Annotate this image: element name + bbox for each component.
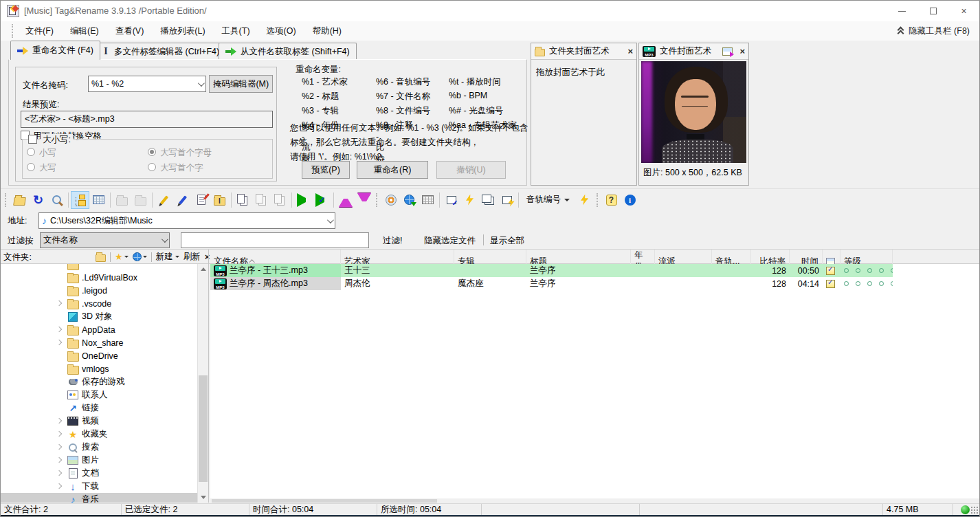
tree-item-6[interactable]: Nox_share <box>1 336 197 349</box>
file-row-0[interactable]: 兰亭序 - 王十三.mp3王十三兰亭序12800:50 <box>210 264 980 277</box>
file-row-1[interactable]: 兰亭序 - 周杰伦.mp3周杰伦魔杰座兰亭序12804:14 <box>210 277 980 290</box>
filter-input[interactable] <box>181 232 369 248</box>
export-image-icon[interactable] <box>722 47 733 56</box>
expander-icon[interactable] <box>56 470 63 477</box>
menu-item-5[interactable]: 选项(O) <box>258 22 304 41</box>
track-number-dropdown[interactable]: 音轨编号 <box>521 191 575 209</box>
menu-item-2[interactable]: 查看(V) <box>107 22 153 41</box>
close-folders-icon[interactable]: × <box>205 252 210 262</box>
web-import-button[interactable] <box>400 191 419 209</box>
tree-item-14[interactable]: 搜索 <box>1 441 197 454</box>
copy-button[interactable] <box>234 191 252 209</box>
tab-rename-files[interactable]: 重命名文件 (F4) <box>10 41 100 60</box>
tree-item-2[interactable]: .leigod <box>1 284 197 297</box>
radio-lowercase[interactable] <box>27 148 35 156</box>
expander-icon[interactable] <box>56 444 63 451</box>
rating-dot[interactable] <box>891 268 893 273</box>
expander-icon[interactable] <box>56 300 63 307</box>
rating-dot[interactable] <box>867 281 872 286</box>
menu-item-1[interactable]: 编辑(E) <box>62 22 107 41</box>
expander-icon[interactable] <box>56 340 63 346</box>
menu-item-4[interactable]: 工具(T) <box>214 22 258 41</box>
rating-dot[interactable] <box>867 268 872 273</box>
expander-icon[interactable] <box>56 327 63 333</box>
tree-item-15[interactable]: 图片 <box>1 454 197 467</box>
rename-folder-button[interactable] <box>210 191 229 209</box>
menu-item-6[interactable]: 帮助(H) <box>304 22 350 41</box>
tree-scrollbar[interactable] <box>197 264 208 503</box>
copy-tags-button[interactable] <box>252 191 271 209</box>
undo-button[interactable]: 撤销(U) <box>436 161 506 179</box>
minimize-button[interactable] <box>887 1 917 21</box>
hscrollbar-thumb[interactable] <box>212 499 437 503</box>
about-button[interactable] <box>621 191 639 209</box>
move-down-button[interactable] <box>355 191 373 209</box>
case-checkbox[interactable] <box>28 135 37 144</box>
new-folder-button[interactable]: 新建 <box>156 251 179 263</box>
quick-save-button[interactable] <box>460 191 479 209</box>
tree-list-splitter[interactable] <box>208 250 209 503</box>
expander-icon[interactable] <box>56 431 63 438</box>
filter-field-select[interactable]: 文件名称 <box>40 232 170 248</box>
table-view-button[interactable] <box>89 191 108 209</box>
rating-cell[interactable] <box>840 264 893 277</box>
browse-folder-button[interactable] <box>131 191 150 209</box>
save-tags-button[interactable] <box>442 191 460 209</box>
tree-item-18[interactable]: 音乐 <box>1 493 197 503</box>
rating-dot[interactable] <box>844 268 849 273</box>
tree-item-1[interactable]: .Ld9VirtualBox <box>1 271 197 284</box>
rating-dot[interactable] <box>856 281 860 286</box>
apply-filter-button[interactable]: 过滤! <box>383 235 402 247</box>
copy-window-button[interactable] <box>479 191 498 209</box>
refresh-button[interactable] <box>29 191 47 209</box>
parent-folder-icon[interactable] <box>96 254 106 262</box>
tree-item-5[interactable]: AppData <box>1 323 197 336</box>
tree-item-10[interactable]: 联系人 <box>1 388 197 402</box>
tree-item-12[interactable]: 视频 <box>1 415 197 428</box>
tree-item-8[interactable]: vmlogs <box>1 362 197 375</box>
freedb-button[interactable] <box>381 191 400 209</box>
rename-button[interactable]: 重命名(R) <box>357 161 428 179</box>
tree-item-9[interactable]: 保存的游戏 <box>1 375 197 388</box>
hide-toolbar-button[interactable]: 隐藏工具栏 (F8) <box>898 21 970 41</box>
folder-tree-toggle-button[interactable] <box>71 191 89 209</box>
tab-get-tags-from-filename[interactable]: 从文件名获取标签 (Shift+F4) <box>219 43 357 60</box>
edit-file-info-button[interactable] <box>192 191 210 209</box>
rating-cell[interactable] <box>840 277 893 290</box>
rating-dot[interactable] <box>891 281 893 286</box>
tab-multi-file-tag-editor[interactable]: 多文件标签编辑器 (Ctrl+F4) <box>95 43 226 60</box>
rating-dot[interactable] <box>856 268 860 273</box>
manual-entry-button[interactable] <box>419 191 437 209</box>
tree-item-0[interactable] <box>1 264 197 271</box>
rating-dot[interactable] <box>844 281 849 286</box>
paste-tags-button[interactable] <box>271 191 289 209</box>
rating-dot[interactable] <box>879 268 884 273</box>
radio-capitalize-words[interactable] <box>148 163 156 171</box>
tree-item-16[interactable]: 文档 <box>1 467 197 480</box>
close-icon[interactable]: × <box>739 46 745 56</box>
hide-selected-files-button[interactable]: 隐藏选定文件 <box>424 235 476 247</box>
tree-item-7[interactable]: OneDrive <box>1 349 197 362</box>
tree-item-17[interactable]: 下载 <box>1 480 197 493</box>
cover-art-image[interactable] <box>641 61 746 163</box>
renumber-tracks-button[interactable] <box>575 191 594 209</box>
edit-tag-yellow-button[interactable] <box>155 191 173 209</box>
radio-capitalize-first-letter[interactable] <box>148 148 156 156</box>
play-file-button[interactable] <box>294 191 313 209</box>
rating-dot[interactable] <box>879 281 884 286</box>
parent-folder-button[interactable] <box>113 191 131 209</box>
expander-icon[interactable] <box>56 418 63 425</box>
move-up-button[interactable] <box>336 191 355 209</box>
scroll-down-icon[interactable] <box>201 496 206 499</box>
tree-item-11[interactable]: 链接 <box>1 402 197 415</box>
menu-item-3[interactable]: 播放列表(L) <box>152 22 213 41</box>
mask-editor-button[interactable]: 掩码编辑器(M) <box>209 75 273 93</box>
filename-mask-combo[interactable]: %1 - %2 <box>88 76 206 92</box>
scrollbar-thumb[interactable] <box>199 375 208 482</box>
network-dropdown[interactable] <box>133 252 147 261</box>
preview-button[interactable]: 预览(P) <box>302 161 350 179</box>
file-list-hscrollbar[interactable] <box>210 498 980 503</box>
help-button[interactable] <box>602 191 621 209</box>
scroll-up-icon[interactable] <box>201 267 206 271</box>
show-all-button[interactable]: 显示全部 <box>490 235 524 247</box>
